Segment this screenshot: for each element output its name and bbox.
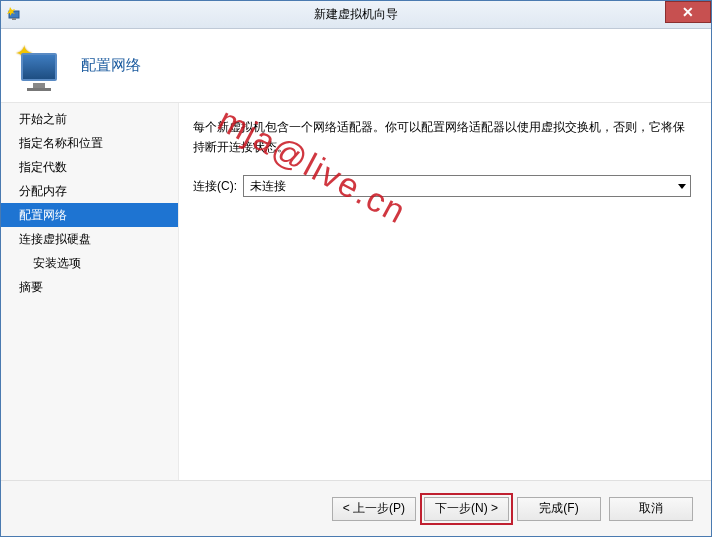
- cancel-button[interactable]: 取消: [609, 497, 693, 521]
- wizard-header-icon: ✦: [13, 41, 63, 91]
- next-button[interactable]: 下一步(N) >: [424, 497, 509, 521]
- sidebar-step-generation[interactable]: 指定代数: [1, 155, 178, 179]
- wizard-content: 每个新虚拟机包含一个网络适配器。你可以配置网络适配器以使用虚拟交换机，否则，它将…: [179, 103, 711, 480]
- window-title: 新建虚拟机向导: [314, 6, 398, 23]
- sidebar-step-before-begin[interactable]: 开始之前: [1, 107, 178, 131]
- sidebar-step-vhd[interactable]: 连接虚拟硬盘: [1, 227, 178, 251]
- chevron-down-icon: [678, 184, 686, 189]
- app-icon: [7, 7, 23, 23]
- wizard-footer: < 上一步(P) 下一步(N) > 完成(F) 取消: [1, 480, 711, 536]
- page-title: 配置网络: [81, 56, 141, 75]
- connection-value: 未连接: [250, 178, 286, 195]
- titlebar: 新建虚拟机向导 ✕: [1, 1, 711, 29]
- sidebar-step-memory[interactable]: 分配内存: [1, 179, 178, 203]
- previous-button[interactable]: < 上一步(P): [332, 497, 416, 521]
- connection-select[interactable]: 未连接: [243, 175, 691, 197]
- description-text: 每个新虚拟机包含一个网络适配器。你可以配置网络适配器以使用虚拟交换机，否则，它将…: [193, 117, 691, 157]
- sidebar-step-name-location[interactable]: 指定名称和位置: [1, 131, 178, 155]
- wizard-steps-sidebar: 开始之前 指定名称和位置 指定代数 分配内存 配置网络 连接虚拟硬盘 安装选项 …: [1, 103, 179, 480]
- wizard-header: ✦ 配置网络: [1, 29, 711, 103]
- sidebar-step-install-options[interactable]: 安装选项: [1, 251, 178, 275]
- finish-button[interactable]: 完成(F): [517, 497, 601, 521]
- sidebar-step-summary[interactable]: 摘要: [1, 275, 178, 299]
- connection-label: 连接(C):: [193, 178, 237, 195]
- close-icon: ✕: [682, 4, 694, 20]
- sidebar-step-network[interactable]: 配置网络: [1, 203, 178, 227]
- close-button[interactable]: ✕: [665, 1, 711, 23]
- wizard-body: 开始之前 指定名称和位置 指定代数 分配内存 配置网络 连接虚拟硬盘 安装选项 …: [1, 103, 711, 480]
- connection-row: 连接(C): 未连接: [193, 175, 691, 197]
- svg-rect-1: [12, 18, 16, 20]
- wizard-window: 新建虚拟机向导 ✕ ✦ 配置网络 开始之前 指定名称和位置 指定代数 分配内存 …: [0, 0, 712, 537]
